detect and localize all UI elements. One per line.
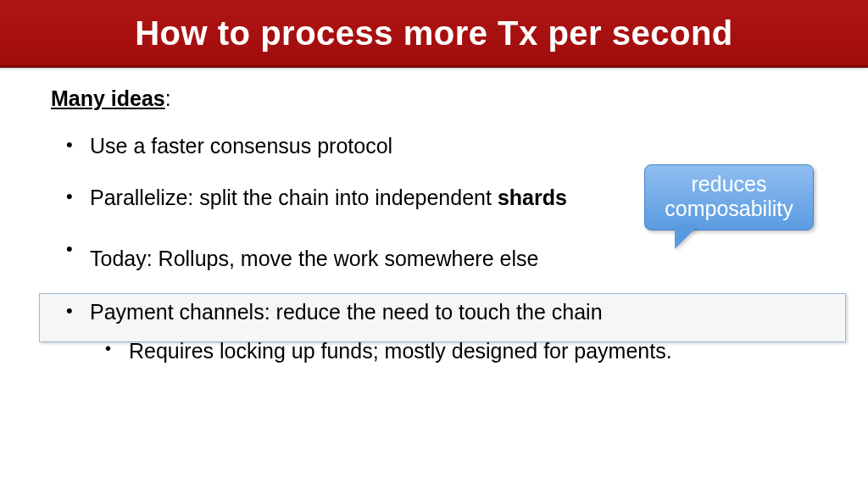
lead-suffix: : [165,86,171,110]
bullet-text: Payment channels: reduce the need to tou… [90,300,603,324]
lead-label: Many ideas [51,86,165,110]
callout-box: reduces composability [644,164,814,230]
bullet-faster-consensus: Use a faster consensus protocol [51,133,826,159]
title-bar: How to process more Tx per second [0,0,868,68]
callout-line1: reduces [654,172,804,197]
sub-bullet-locking-funds: Requires locking up funds; mostly design… [90,337,826,365]
slide-body: reduces composability Many ideas: Use a … [0,68,868,488]
bullet-text: Use a faster consensus protocol [90,134,392,158]
slide-title: How to process more Tx per second [135,14,733,53]
bullet-text: Today: Rollups, move the work somewhere … [90,247,538,270]
bullet-payment-channels: Payment channels: reduce the need to tou… [51,299,826,365]
callout-line2: composability [654,197,804,221]
sub-bullet-text: Requires locking up funds; mostly design… [129,339,672,363]
bullet-text-bold: shards [498,186,567,209]
sub-bullet-list: Requires locking up funds; mostly design… [90,337,826,365]
bullet-text-pre: Parallelize: split the chain into indepe… [90,186,498,209]
callout-reduces-composability: reduces composability [644,164,814,230]
callout-tail-icon [675,227,697,249]
lead-line: Many ideas: [51,86,826,111]
bullet-rollups-today: Today: Rollups, move the work somewhere … [51,237,826,280]
